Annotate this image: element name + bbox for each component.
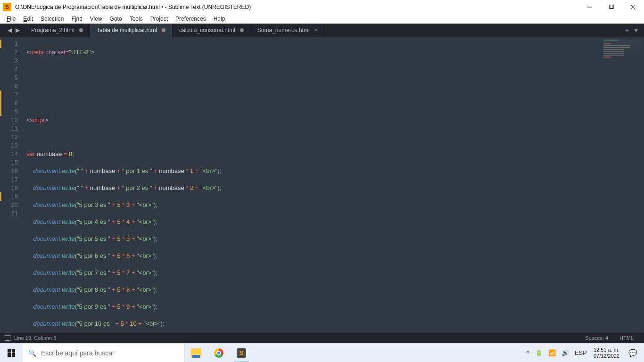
search-icon: 🔍	[28, 349, 36, 357]
maximize-icon	[609, 5, 614, 9]
editor-area[interactable]: 123456789101112131415161718192021 <meta …	[0, 37, 644, 333]
clock-time: 12:51 a. m.	[594, 347, 619, 353]
taskbar-apps: S	[185, 344, 253, 362]
tab-label: Tabla de multiplicar.html	[97, 27, 157, 33]
wifi-icon[interactable]: 📶	[545, 349, 559, 356]
windows-taskbar: 🔍 Escribe aquí para buscar S ^ 🔋 📶 🔊 ESP…	[0, 343, 644, 362]
clock-date: 07/12/2022	[594, 353, 619, 359]
notifications-button[interactable]: 💬	[623, 344, 642, 362]
dirty-indicator-icon	[79, 28, 83, 32]
window-titlebar: S G:\ONE\Logica de Programacion\Tabla de…	[0, 0, 644, 14]
tray-overflow-icon[interactable]: ^	[524, 349, 532, 356]
tab-calculo-consumo[interactable]: calculo_consumo.html	[173, 24, 251, 37]
status-bar: Line 19, Column 3 Spaces: 4 HTML	[0, 333, 644, 343]
start-button[interactable]	[0, 344, 23, 362]
tab-suma-numeros[interactable]: Suma_numeros.html ×	[251, 24, 325, 37]
volume-icon[interactable]: 🔊	[559, 349, 572, 356]
tab-menu-icon[interactable]: ▼	[633, 26, 639, 34]
minimize-button[interactable]	[579, 0, 601, 14]
close-icon	[631, 5, 636, 9]
window-title: G:\ONE\Logica de Programacion\Tabla de m…	[15, 4, 579, 10]
taskbar-app-chrome[interactable]	[207, 344, 230, 362]
syntax-setting[interactable]: HTML	[614, 335, 639, 341]
code-content[interactable]: <meta charset="UTF-8"> <script> var numb…	[23, 37, 644, 333]
maximize-button[interactable]	[601, 0, 622, 14]
window-controls	[579, 0, 644, 14]
taskbar-app-sublime[interactable]: S	[230, 344, 253, 362]
tab-label: Suma_numeros.html	[257, 27, 310, 33]
menu-goto[interactable]: Goto	[106, 15, 126, 23]
windows-logo-icon	[8, 349, 15, 357]
tab-label: calculo_consumo.html	[179, 27, 235, 33]
menu-help[interactable]: Help	[210, 15, 229, 23]
new-tab-icon[interactable]: +	[625, 26, 629, 34]
indentation-setting[interactable]: Spaces: 4	[579, 335, 614, 341]
menu-project[interactable]: Project	[147, 15, 172, 23]
menu-edit[interactable]: Edit	[19, 15, 37, 23]
menu-selection[interactable]: Selection	[37, 15, 67, 23]
dirty-indicator-icon	[240, 28, 244, 32]
tab-prev-icon[interactable]: ◀	[6, 27, 14, 33]
cursor-position[interactable]: Line 19, Column 3	[14, 335, 56, 341]
tab-nav: ◀ ▶	[3, 24, 25, 37]
tab-close-icon[interactable]: ×	[314, 27, 318, 33]
tab-bar: ◀ ▶ Programa_2.html Tabla de multiplicar…	[0, 24, 644, 37]
menu-find[interactable]: Find	[67, 15, 86, 23]
svg-rect-2	[610, 5, 614, 8]
language-indicator[interactable]: ESP	[572, 349, 590, 356]
menu-bar: File Edit Selection Find View Goto Tools…	[0, 14, 644, 24]
dirty-indicator-icon	[162, 28, 165, 32]
taskbar-search[interactable]: 🔍 Escribe aquí para buscar	[23, 344, 185, 362]
menu-file[interactable]: File	[3, 15, 19, 23]
clock[interactable]: 12:51 a. m. 07/12/2022	[590, 347, 623, 359]
app-icon: S	[3, 3, 11, 11]
tab-next-icon[interactable]: ▶	[14, 27, 22, 33]
file-explorer-icon	[191, 348, 201, 358]
line-gutter: 123456789101112131415161718192021	[0, 37, 23, 333]
notification-icon: 💬	[628, 349, 637, 357]
close-button[interactable]	[622, 0, 644, 14]
chrome-icon	[214, 348, 223, 358]
svg-rect-1	[609, 5, 613, 8]
tab-programa-2[interactable]: Programa_2.html	[25, 24, 90, 37]
menu-tools[interactable]: Tools	[126, 15, 147, 23]
minimap[interactable]	[603, 40, 641, 63]
tab-label: Programa_2.html	[31, 27, 74, 33]
menu-view[interactable]: View	[86, 15, 106, 23]
menu-preferences[interactable]: Preferences	[172, 15, 210, 23]
battery-icon[interactable]: 🔋	[532, 349, 545, 356]
system-tray: ^ 🔋 📶 🔊 ESP 12:51 a. m. 07/12/2022 💬	[524, 344, 644, 362]
search-placeholder: Escribe aquí para buscar	[41, 349, 115, 357]
taskbar-app-file-explorer[interactable]	[185, 344, 207, 362]
tab-tabla-multiplicar[interactable]: Tabla de multiplicar.html	[90, 24, 173, 37]
sublime-icon: S	[237, 348, 246, 358]
panel-switcher-icon[interactable]	[5, 335, 10, 341]
minimize-icon	[587, 5, 592, 9]
